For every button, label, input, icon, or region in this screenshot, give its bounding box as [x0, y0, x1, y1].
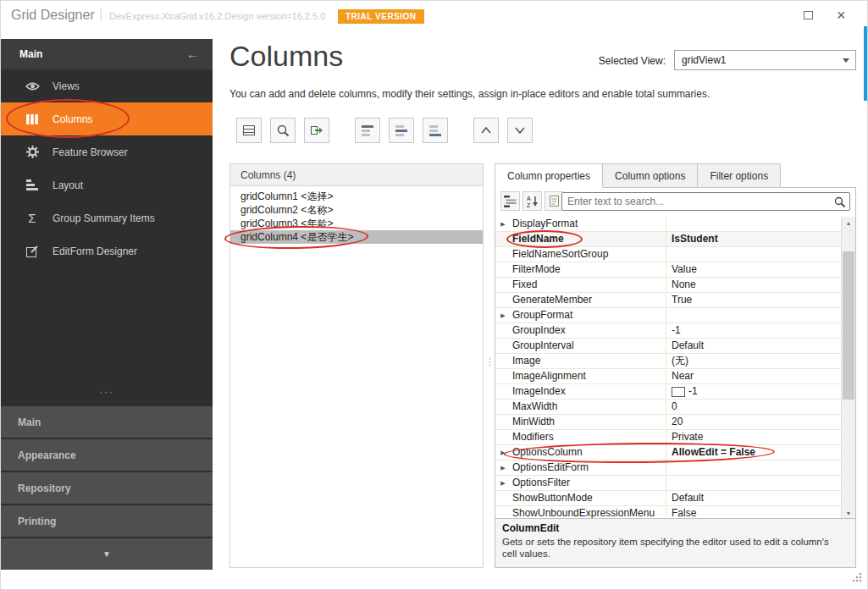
property-row-generatemember[interactable]: GenerateMember True [495, 293, 843, 308]
categorized-button[interactable] [500, 191, 520, 211]
expand-spacer [495, 491, 511, 505]
expand-spacer [495, 430, 511, 444]
sidebar-item-layout[interactable]: Layout [1, 168, 213, 201]
selected-view-dropdown[interactable]: gridView1 [674, 50, 856, 70]
property-row-groupindex[interactable]: GroupIndex -1 [495, 323, 843, 339]
tab-column-properties[interactable]: Column properties [495, 163, 603, 188]
expand-arrow-icon[interactable]: ▶ [495, 217, 511, 231]
search-button[interactable] [270, 118, 296, 143]
columns-list: gridColumn1 <选择> gridColumn2 <名称> gridCo… [230, 186, 483, 244]
sidebar-item-label: Feature Browser [53, 146, 128, 158]
column-list-item-selected[interactable]: gridColumn4 <是否学生> [230, 230, 483, 244]
property-value[interactable]: Value [666, 262, 843, 277]
property-row-imageindex[interactable]: ImageIndex -1 [495, 384, 843, 400]
sidebar-bottom-printing[interactable]: Printing [1, 504, 213, 537]
expand-arrow-icon[interactable]: ▶ [495, 460, 511, 475]
sidebar-item-group-summary-items[interactable]: Σ Group Summary Items [1, 201, 213, 234]
column-list-item[interactable]: gridColumn3 <年龄> [230, 217, 483, 230]
expand-arrow-icon[interactable]: ▶ [495, 308, 511, 323]
property-value[interactable]: -1 [666, 384, 843, 399]
magnifier-icon [276, 124, 290, 137]
sidebar-bottom-main[interactable]: Main [1, 405, 213, 438]
property-value[interactable]: (无) [666, 354, 843, 368]
property-value[interactable] [666, 247, 843, 262]
property-row-optionsfilter[interactable]: ▶ OptionsFilter [495, 476, 843, 491]
sidebar-bottom-appearance[interactable]: Appearance [1, 438, 213, 471]
sidebar-item-feature-browser[interactable]: Feature Browser [1, 135, 213, 168]
back-arrow-icon[interactable]: ← [186, 39, 199, 69]
close-button[interactable]: × [837, 5, 846, 25]
tab-filter-options[interactable]: Filter options [698, 163, 781, 188]
property-description-title: ColumnEdit [502, 522, 849, 534]
property-row-optionscolumn[interactable]: ▶ OptionsColumn AllowEdit = False [495, 445, 843, 460]
property-name: ShowButtonMode [511, 491, 666, 505]
tab-column-options[interactable]: Column options [603, 163, 698, 188]
property-description-panel: ColumnEdit Gets or sets the repository i… [495, 518, 855, 567]
property-value[interactable] [666, 217, 843, 231]
property-value[interactable]: None [666, 278, 843, 292]
scrollbar-thumb[interactable] [843, 251, 854, 400]
property-row-groupformat[interactable]: ▶ GroupFormat [495, 308, 843, 323]
property-row-imagealignment[interactable]: ImageAlignment Near [495, 369, 843, 384]
expand-arrow-icon[interactable]: ▶ [495, 445, 511, 460]
property-row-maxwidth[interactable]: MaxWidth 0 [495, 400, 843, 415]
property-row-minwidth[interactable]: MinWidth 20 [495, 415, 843, 430]
property-value[interactable]: Private [666, 430, 843, 444]
expand-spacer [495, 293, 511, 307]
sidebar-bottom-overflow[interactable]: ▼ [1, 537, 213, 570]
property-row-filtermode[interactable]: FilterMode Value [495, 262, 843, 278]
property-value[interactable]: Default [666, 339, 843, 353]
column-list-item[interactable]: gridColumn1 <选择> [230, 190, 483, 203]
remove-column-icon [428, 124, 442, 137]
column-list-item[interactable]: gridColumn2 <名称> [230, 203, 483, 217]
property-row-groupinterval[interactable]: GroupInterval Default [495, 339, 843, 354]
property-row-optionseditform[interactable]: ▶ OptionsEditForm [495, 460, 843, 476]
property-value[interactable] [666, 460, 843, 475]
columns-list-header: Columns (4) [230, 164, 483, 186]
property-name: OptionsColumn [511, 445, 666, 460]
insert-column-icon [395, 124, 408, 137]
property-value[interactable] [666, 476, 843, 490]
sidebar-collapse-handle[interactable]: ··· [1, 386, 213, 398]
scroll-up-icon[interactable]: ▲ [842, 217, 855, 229]
property-value[interactable]: 0 [666, 400, 843, 414]
property-value[interactable]: AllowEdit = False [666, 445, 843, 460]
property-value[interactable]: IsStudent [666, 232, 843, 246]
property-row-fieldnamesortgroup[interactable]: FieldNameSortGroup [495, 247, 843, 262]
maximize-button[interactable] [804, 11, 813, 19]
remove-column-button[interactable] [423, 118, 448, 143]
property-row-fieldname[interactable]: FieldName IsStudent [495, 232, 843, 247]
insert-column-button[interactable] [389, 118, 414, 143]
add-column-button[interactable] [355, 118, 380, 143]
sidebar-bottom-repository[interactable]: Repository [1, 471, 213, 504]
move-down-button[interactable] [507, 118, 533, 143]
property-search-input[interactable] [567, 194, 821, 209]
sidebar-item-columns[interactable]: Columns [1, 102, 213, 135]
property-value[interactable] [666, 308, 843, 323]
property-row-fixed[interactable]: Fixed None [495, 278, 843, 293]
property-row-modifiers[interactable]: Modifiers Private [495, 430, 843, 445]
property-value[interactable]: -1 [666, 323, 843, 338]
property-row-showbuttonmode[interactable]: ShowButtonMode Default [495, 491, 843, 506]
move-up-button[interactable] [473, 118, 499, 143]
property-value[interactable]: Near [666, 369, 843, 383]
property-value[interactable]: 20 [666, 415, 843, 429]
property-row-image[interactable]: Image (无) [495, 354, 843, 369]
search-icon[interactable] [833, 196, 846, 212]
property-row-displayformat[interactable]: ▶ DisplayFormat [495, 217, 843, 232]
resize-grip[interactable] [852, 571, 862, 586]
property-value[interactable]: Default [666, 491, 843, 505]
field-list-button[interactable] [236, 118, 262, 143]
sidebar-item-views[interactable]: Views [1, 69, 213, 102]
retrieve-fields-button[interactable] [304, 118, 329, 143]
panel-splitter[interactable]: ⋮ [485, 163, 493, 568]
columns-icon [25, 113, 40, 125]
sidebar-item-editform-designer[interactable]: EditForm Designer [1, 234, 213, 267]
property-value[interactable]: True [666, 293, 843, 307]
expand-arrow-icon[interactable]: ▶ [495, 476, 511, 490]
property-grid-scrollbar[interactable]: ▲ ▼ [841, 217, 855, 520]
sort-alphabetical-button[interactable]: AZ [522, 191, 542, 211]
property-grid-panel: AZ ▶ DisplayFormat FieldName IsStudent [495, 187, 856, 568]
page-title: Columns [229, 40, 343, 73]
property-grid-toolbar: AZ [500, 191, 564, 211]
